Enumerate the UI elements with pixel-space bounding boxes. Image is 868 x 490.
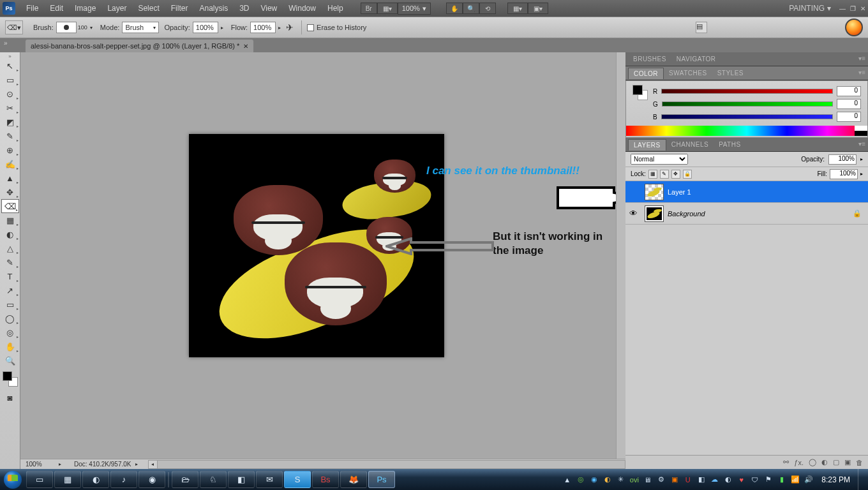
lock-transparent-icon[interactable]: ▦ xyxy=(648,170,657,179)
tray-icon[interactable]: U xyxy=(682,474,693,485)
3d-tool[interactable]: ◯▸ xyxy=(1,311,19,325)
brush-preset[interactable] xyxy=(56,22,77,33)
tray-icon[interactable]: 🖥 xyxy=(642,474,653,485)
tray-icon[interactable]: ovi xyxy=(629,474,640,485)
taskbar-item[interactable]: ◧ xyxy=(228,471,255,488)
lock-pixels-icon[interactable]: ✎ xyxy=(660,170,669,179)
tab-color[interactable]: COLOR xyxy=(628,68,664,79)
delete-layer-icon[interactable]: 🗑 xyxy=(856,459,863,466)
taskbar-item[interactable]: ◐ xyxy=(82,471,109,488)
minimize-button[interactable]: — xyxy=(837,4,848,12)
menu-window[interactable]: Window xyxy=(283,2,322,15)
lock-all-icon[interactable]: 🔒 xyxy=(683,170,692,179)
erase-history-checkbox[interactable] xyxy=(307,24,314,31)
quick-select-tool[interactable]: ✂▸ xyxy=(1,101,19,115)
horizontal-scrollbar[interactable]: ◂ xyxy=(148,460,625,469)
active-tool-icon[interactable]: ⌫▾ xyxy=(5,20,23,34)
mask-icon[interactable]: ◯ xyxy=(809,458,816,466)
menu-filter[interactable]: Filter xyxy=(165,2,194,15)
start-button[interactable] xyxy=(0,469,26,490)
layer-row-background[interactable]: 👁 Background 🔒 xyxy=(625,203,868,225)
taskbar-item[interactable]: Bs xyxy=(312,471,339,488)
fill-field[interactable]: 100% xyxy=(830,169,858,179)
taskbar-item[interactable]: 🦊 xyxy=(340,471,367,488)
menu-select[interactable]: Select xyxy=(132,2,165,15)
zoom-tool[interactable]: 🔍 xyxy=(1,353,19,368)
tray-icon[interactable]: ◧ xyxy=(696,474,707,485)
layers-panel-menu-icon[interactable]: ▾≡ xyxy=(858,140,865,147)
toolbox-grip[interactable]: » xyxy=(0,54,20,59)
3d-camera-tool[interactable]: ◎▸ xyxy=(1,325,19,339)
tray-icon[interactable]: ♥ xyxy=(736,474,747,485)
tray-icon[interactable]: ✳ xyxy=(615,474,626,485)
crop-tool[interactable]: ◩▸ xyxy=(1,115,19,129)
tray-icon[interactable]: ☁ xyxy=(709,474,720,485)
brush-tool[interactable]: ✍▸ xyxy=(1,157,19,171)
tray-icon[interactable]: ◉ xyxy=(588,474,599,485)
tray-icon[interactable]: ◐ xyxy=(602,474,613,485)
menu-view[interactable]: View xyxy=(255,2,283,15)
path-select-tool[interactable]: ↗▸ xyxy=(1,283,19,297)
flow-field[interactable]: 100% xyxy=(250,22,276,33)
menu-file[interactable]: File xyxy=(20,2,44,15)
menu-edit[interactable]: Edit xyxy=(44,2,69,15)
view-extras-button[interactable]: ▦▾ xyxy=(377,3,398,14)
eyedropper-tool[interactable]: ✎▸ xyxy=(1,129,19,143)
close-tab-icon[interactable]: ✕ xyxy=(243,43,248,50)
airbrush-icon[interactable]: ✈ xyxy=(283,22,296,33)
zoom-level[interactable]: 100% ▾ xyxy=(398,3,431,15)
tab-scroll-icon[interactable]: » xyxy=(4,40,8,47)
b-slider[interactable] xyxy=(661,114,833,119)
taskbar-clock[interactable]: 8:23 PM xyxy=(816,475,855,484)
lock-position-icon[interactable]: ✥ xyxy=(671,170,680,179)
nav-panel-menu-icon[interactable]: ▾≡ xyxy=(858,55,865,62)
layer-row-layer1[interactable]: Layer 1 xyxy=(625,181,868,203)
type-tool[interactable]: T▸ xyxy=(1,269,19,283)
layer-opacity-field[interactable]: 100% xyxy=(828,154,857,165)
visibility-toggle[interactable]: 👁 xyxy=(625,209,641,218)
opacity-arrow[interactable]: ▸ xyxy=(218,25,226,31)
taskbar-item[interactable]: 🗁 xyxy=(172,471,198,488)
taskbar-item[interactable]: ▦ xyxy=(54,471,81,488)
document-tab[interactable]: alessi-banana-bros-salt-pepper-set.jpg @… xyxy=(26,40,253,52)
menu-layer[interactable]: Layer xyxy=(101,2,132,15)
stamp-tool[interactable]: ▲▸ xyxy=(1,171,19,185)
taskbar-item[interactable]: ▭ xyxy=(26,471,53,488)
g-value[interactable]: 0 xyxy=(837,99,861,109)
taskbar-item[interactable]: ♪ xyxy=(110,471,137,488)
color-fg-bg-swatch[interactable] xyxy=(632,85,648,100)
menu-3d[interactable]: 3D xyxy=(234,2,255,15)
taskbar-item[interactable]: ◉ xyxy=(138,471,165,488)
layer-thumbnail[interactable] xyxy=(645,184,664,200)
bridge-button[interactable]: Br xyxy=(361,3,377,14)
status-arrow-icon[interactable]: ▸ xyxy=(56,461,64,467)
opacity-field[interactable]: 100% xyxy=(193,22,218,33)
gradient-tool[interactable]: ▦▸ xyxy=(1,213,19,227)
shape-tool[interactable]: ▭▸ xyxy=(1,297,19,311)
vertical-scrollbar[interactable] xyxy=(616,52,625,459)
show-desktop-button[interactable] xyxy=(858,469,864,490)
tray-icon[interactable]: ▮ xyxy=(776,474,787,485)
tray-icon[interactable]: ▲ xyxy=(562,474,572,485)
tray-icon[interactable]: 🛡 xyxy=(749,474,760,485)
b-value[interactable]: 0 xyxy=(837,112,861,122)
layer-name[interactable]: Background xyxy=(668,210,705,218)
color-panel-menu-icon[interactable]: ▾≡ xyxy=(858,69,865,76)
hand-tool[interactable]: ✋▸ xyxy=(1,339,19,353)
taskbar-item[interactable]: ✉ xyxy=(256,471,283,488)
brush-picker-arrow[interactable]: ▾ xyxy=(87,25,95,31)
tray-icon[interactable]: ⚙ xyxy=(655,474,666,485)
color-spectrum[interactable] xyxy=(626,126,867,136)
r-value[interactable]: 0 xyxy=(837,86,861,96)
group-icon[interactable]: ▢ xyxy=(833,458,839,466)
zoom-tool-icon[interactable]: 🔍 xyxy=(463,3,479,14)
canvas-area[interactable]: I can see it on the thumbnail!! But it i… xyxy=(20,52,625,469)
tab-brushes[interactable]: BRUSHES xyxy=(628,54,671,64)
g-slider[interactable] xyxy=(662,101,833,107)
tab-paths[interactable]: PATHS xyxy=(714,139,745,150)
restore-button[interactable]: ❐ xyxy=(848,4,858,12)
flow-arrow[interactable]: ▸ xyxy=(276,25,283,31)
link-layers-icon[interactable]: ⚯ xyxy=(783,458,789,466)
taskbar-item[interactable]: ♘ xyxy=(200,471,227,488)
adjustment-icon[interactable]: ◐ xyxy=(821,458,828,466)
